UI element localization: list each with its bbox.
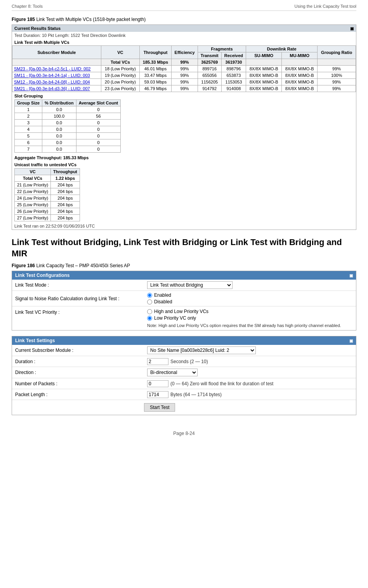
efficiency-cell: 99%: [172, 72, 198, 79]
vc-priority-label: Link Test VC Priority :: [12, 306, 144, 330]
inner-box-title: Link Test with Multiple VCs: [12, 39, 356, 45]
slot-dist: 0.0: [42, 120, 76, 126]
num-packets-input[interactable]: [147, 380, 168, 387]
unicast-col-vc: VC: [15, 169, 51, 175]
sm-name: SM12 - [0a-00-3e-b4-24-08] - LUID: 004: [12, 79, 101, 85]
unicast-row: 25 (Low Priority) 204 bps: [15, 202, 80, 208]
slot-grouping-section: Slot Grouping Group Size % Distribution …: [12, 92, 356, 154]
snr-radio-group: Enabled Disabled: [147, 292, 172, 304]
duration-label: Duration :: [12, 356, 144, 367]
vc-cell: 23 (Low Priority): [101, 85, 139, 92]
vc-cell: 18 (Low Priority): [101, 66, 139, 72]
slot-group: 2: [15, 113, 42, 120]
unicast-throughput: 204 bps: [51, 195, 80, 202]
throughput-cell: 46.79 Mbps: [139, 85, 172, 92]
slot-dist: 100.0: [42, 113, 76, 120]
packet-length-input[interactable]: [147, 391, 168, 398]
received-cell: 914008: [221, 85, 246, 92]
slot-col-avg: Average Slot Count: [76, 100, 121, 106]
slot-avg: 0: [76, 126, 121, 133]
unicast-throughput: 204 bps: [51, 188, 80, 195]
packet-length-suffix: Bytes (64 — 1714 bytes): [170, 392, 222, 397]
total-throughput: 185.33 Mbps: [139, 59, 172, 66]
vc-high-low-label: High and Low Priority VCs: [154, 309, 208, 314]
fig186-text: Link Capacity Test – PMP 450/450i Series…: [36, 263, 130, 268]
slot-row: 6 0.0 0: [15, 139, 121, 146]
direction-select[interactable]: Bi-directional Uplink Downlink: [147, 369, 198, 376]
snr-enabled-radio[interactable]: [147, 293, 152, 298]
col-mu-mimo: MU-MIMO: [282, 52, 318, 59]
total-label: [12, 59, 101, 66]
unicast-throughput: 204 bps: [51, 182, 80, 188]
num-packets-label: Number of Packets :: [12, 378, 144, 389]
subscriber-module-select[interactable]: No Site Name [0a003eb228c6] Luid: 2: [147, 346, 256, 354]
total-su-mimo: [246, 59, 282, 66]
vc-cell: 19 (Low Priority): [101, 72, 139, 79]
header-right: Using the Link Capacity Test tool: [295, 4, 356, 9]
slot-grouping-title: Slot Grouping: [14, 94, 354, 98]
vc-low-only-item: Low Priority VC only: [147, 315, 353, 321]
vc-low-only-radio[interactable]: [147, 316, 152, 321]
grouping-cell: 99%: [318, 66, 356, 72]
direction-label: Direction :: [12, 367, 144, 378]
grouping-cell: 100%: [318, 72, 356, 79]
table-row: SM21 - [0a-00-3e-b4-d3-36] - LUID: 007 2…: [12, 85, 356, 92]
unicast-vc: 27 (Low Priority): [15, 215, 51, 221]
settings-box: Link Test Settings ▣ Current Subscriber …: [12, 336, 356, 415]
efficiency-cell: 99%: [172, 66, 198, 72]
duration-input[interactable]: [147, 358, 168, 365]
mu-mimo-cell: 8X/8X MIMO-B: [282, 79, 318, 85]
mu-mimo-cell: 8X/8X MIMO-B: [282, 66, 318, 72]
throughput-cell: 33.47 Mbps: [139, 72, 172, 79]
slot-dist: 0.0: [42, 133, 76, 139]
slot-avg: 0: [76, 139, 121, 146]
mu-mimo-cell: 8X/8X MIMO-B: [282, 85, 318, 92]
section-heading: Link Test without Bridging, Link Test wi…: [12, 237, 356, 259]
slot-col-dist: % Distribution: [42, 100, 76, 106]
snr-enabled-label: Enabled: [154, 292, 171, 298]
duration-value: Seconds (2 — 10): [144, 356, 356, 367]
slot-group: 1: [15, 106, 42, 113]
slot-col-group: Group Size: [15, 100, 42, 106]
packet-length-row: Packet Length : Bytes (64 — 1714 bytes): [12, 389, 356, 400]
results-minimize-icon[interactable]: ▣: [350, 26, 354, 31]
unicast-title: Unicast traffic to untested VCs: [14, 162, 354, 167]
slot-group: 7: [15, 146, 42, 153]
fig185-num: Figure 185: [12, 17, 35, 22]
throughput-cell: 46.01 Mbps: [139, 66, 172, 72]
unicast-row: 26 (Low Priority) 204 bps: [15, 208, 80, 215]
col-efficiency: Efficiency: [172, 46, 198, 59]
link-test-mode-select[interactable]: Link Test without Bridging Link Test wit…: [147, 281, 233, 289]
unicast-total-vc: Total VCs: [15, 175, 51, 182]
total-grouping: [318, 59, 356, 66]
duration-row: Duration : Seconds (2 — 10): [12, 356, 356, 367]
config-minimize-icon[interactable]: ▣: [349, 273, 353, 278]
sm-name: SM11 - [0a-00-3e-b4-24-1a] - LUID: 003: [12, 72, 101, 79]
vc-high-low-radio[interactable]: [147, 309, 152, 314]
unicast-col-throughput: Throughput: [51, 169, 80, 175]
fig185-text: Link Test with Multiple VCs (1518-byte p…: [36, 17, 146, 22]
slot-dist: 0.0: [42, 126, 76, 133]
mu-mimo-cell: 8X/8X MIMO-B: [282, 72, 318, 79]
transmit-cell: 655056: [198, 72, 221, 79]
packet-length-label: Packet Length :: [12, 389, 144, 400]
total-vc: Total VCs: [101, 59, 139, 66]
slot-avg: 0: [76, 133, 121, 139]
subscriber-module-label: Current Subscriber Module :: [12, 345, 144, 356]
vc-priority-value: High and Low Priority VCs Low Priority V…: [144, 306, 356, 330]
snr-row: Signal to Noise Ratio Calculation during…: [12, 291, 356, 306]
slot-avg: 0: [76, 120, 121, 126]
throughput-cell: 59.03 Mbps: [139, 79, 172, 85]
total-efficiency: 99%: [172, 59, 198, 66]
su-mimo-cell: 8X/8X MIMO-B: [246, 72, 282, 79]
slot-group: 6: [15, 139, 42, 146]
transmit-cell: 914792: [198, 85, 221, 92]
slot-avg: 56: [76, 113, 121, 120]
start-test-button[interactable]: Start Test: [144, 403, 175, 412]
vc-low-only-label: Low Priority VC only: [154, 315, 196, 321]
settings-minimize-icon[interactable]: ▣: [349, 339, 353, 343]
transmit-cell: 1156205: [198, 79, 221, 85]
snr-disabled-radio[interactable]: [147, 299, 152, 304]
packet-length-value: Bytes (64 — 1714 bytes): [144, 389, 356, 400]
config-box-title: Link Test Configurations: [15, 273, 69, 278]
